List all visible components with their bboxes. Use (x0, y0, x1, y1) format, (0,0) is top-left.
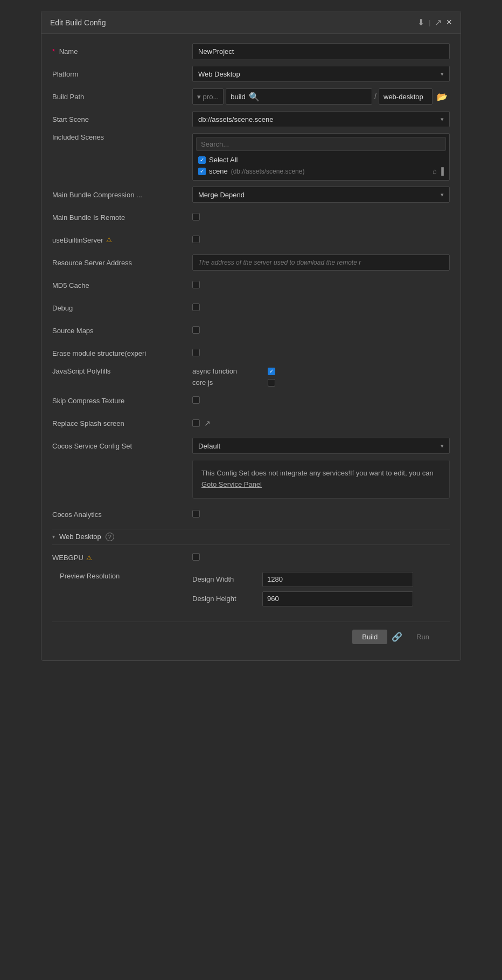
export-icon[interactable]: ↗ (435, 17, 442, 27)
cocos-service-chevron-icon: ▾ (441, 443, 444, 450)
build-path-row: Build Path ▾ pro... build 🔍 / web-deskto… (52, 88, 450, 105)
skip-compress-texture-checkbox[interactable] (192, 396, 200, 404)
cocos-service-config-row: Cocos Service Config Set Default ▾ (52, 437, 450, 454)
webgpu-control (192, 553, 450, 562)
cocos-service-config-label: Cocos Service Config Set (52, 442, 192, 450)
skip-compress-texture-control (192, 396, 450, 405)
resource-server-address-input[interactable] (192, 254, 450, 271)
source-maps-row: Source Maps (52, 322, 450, 339)
folder-browse-button[interactable]: 📂 (435, 91, 450, 103)
erase-module-label: Erase module structure(experi (52, 349, 192, 357)
main-bundle-is-remote-row: Main Bundle Is Remote (52, 209, 450, 226)
preview-resolution-row: Preview Resolution Design Width 1280 Des… (52, 572, 450, 611)
scene-path: (db://assets/scene.scene) (231, 168, 305, 175)
platform-control: Web Desktop ▾ (192, 66, 450, 82)
md5-cache-label: MD5 Cache (52, 281, 192, 289)
start-scene-label: Start Scene (52, 115, 192, 123)
included-scenes-control: Select All scene (db://assets/scene.scen… (192, 133, 450, 181)
core-js-label: core js (192, 378, 262, 387)
resource-server-address-control (192, 254, 450, 271)
title-bar: Edit Build Config ⬇ | ↗ × (41, 11, 461, 34)
name-input[interactable]: NewProject (192, 43, 450, 59)
webgpu-checkbox[interactable] (192, 553, 200, 561)
included-scenes-row: Included Scenes Select All scene (db://a… (52, 133, 450, 181)
core-js-checkbox[interactable] (268, 379, 275, 387)
replace-splash-row: Replace Splash screen ↗ (52, 415, 450, 432)
web-desktop-section-header: ▾ Web Desktop ? (52, 529, 450, 545)
debug-checkbox[interactable] (192, 303, 200, 311)
source-maps-checkbox[interactable] (192, 326, 200, 334)
run-button[interactable]: Run (407, 630, 439, 644)
replace-splash-checkbox[interactable] (192, 419, 200, 427)
search-icon: 🔍 (249, 92, 260, 102)
save-icon[interactable]: ⬇ (417, 17, 424, 27)
async-function-label: async function (192, 367, 262, 375)
design-width-row: Design Width 1280 (192, 572, 450, 587)
cocos-analytics-checkbox[interactable] (192, 510, 200, 517)
title-bar-actions: ⬇ | ↗ × (417, 17, 452, 28)
goto-service-panel-link[interactable]: Goto Service Panel (201, 480, 262, 488)
debug-row: Debug (52, 299, 450, 316)
scene-home-icon[interactable]: ⌂ (433, 167, 437, 175)
erase-module-control (192, 349, 450, 358)
main-bundle-is-remote-checkbox[interactable] (192, 213, 200, 220)
async-function-checkbox[interactable] (268, 368, 275, 375)
path-separator: / (374, 92, 376, 101)
platform-select[interactable]: Web Desktop ▾ (192, 66, 450, 82)
design-width-input[interactable]: 1280 (262, 572, 413, 587)
md5-cache-checkbox[interactable] (192, 281, 200, 288)
platform-row: Platform Web Desktop ▾ (52, 65, 450, 82)
cocos-service-config-select[interactable]: Default ▾ (192, 438, 450, 454)
included-scenes-label: Included Scenes (52, 133, 192, 141)
build-path-value-input[interactable]: web-desktop (379, 88, 433, 105)
replace-splash-control: ↗ (192, 419, 450, 427)
design-width-label: Design Width (192, 575, 257, 583)
start-scene-select[interactable]: db://assets/scene.scene ▾ (192, 111, 450, 127)
compression-chevron-icon: ▾ (441, 191, 444, 198)
build-path-inputs: ▾ pro... build 🔍 / web-desktop 📂 (192, 88, 450, 105)
use-builtin-server-control (192, 236, 450, 245)
use-builtin-server-row: useBuiltinServer ⚠ (52, 231, 450, 249)
name-label: * Name (52, 47, 192, 56)
debug-label: Debug (52, 304, 192, 312)
select-all-checkbox[interactable] (198, 156, 206, 164)
resource-server-address-row: Resource Server Address (52, 254, 450, 271)
cocos-service-info-box: This Config Set does not integrate any s… (192, 460, 450, 499)
scene-trash-icon[interactable]: ▐ (439, 167, 444, 175)
build-path-prefix-btn[interactable]: ▾ pro... (192, 88, 224, 105)
start-scene-row: Start Scene db://assets/scene.scene ▾ (52, 111, 450, 128)
webgpu-label: WEBGPU ⚠ (52, 554, 192, 562)
debug-control (192, 303, 450, 313)
erase-module-row: Erase module structure(experi (52, 344, 450, 362)
help-icon[interactable]: ? (106, 533, 114, 541)
cocos-analytics-label: Cocos Analytics (52, 510, 192, 519)
build-path-folder-input[interactable]: build 🔍 (226, 88, 372, 105)
scenes-search-input[interactable] (196, 137, 446, 151)
start-scene-chevron-icon: ▾ (441, 116, 444, 123)
scenes-container: Select All scene (db://assets/scene.scen… (192, 133, 450, 181)
main-bundle-is-remote-control (192, 213, 450, 222)
main-bundle-compression-row: Main Bundle Compression ... Merge Depend… (52, 186, 450, 203)
build-button[interactable]: Build (352, 630, 387, 644)
preview-resolution-label: Preview Resolution (52, 572, 192, 580)
link-icon-button[interactable]: 🔗 (392, 632, 402, 642)
main-bundle-is-remote-label: Main Bundle Is Remote (52, 213, 192, 222)
replace-splash-external-link-icon[interactable]: ↗ (204, 419, 211, 427)
scene-checkbox[interactable] (198, 168, 206, 175)
close-button[interactable]: × (446, 17, 452, 28)
scene-name: scene (209, 167, 228, 175)
main-bundle-compression-select[interactable]: Merge Depend ▾ (192, 187, 450, 203)
webgpu-warning-icon: ⚠ (86, 554, 92, 562)
replace-splash-label: Replace Splash screen (52, 419, 192, 427)
core-js-item: core js (192, 378, 450, 387)
builtin-server-warning-icon: ⚠ (106, 236, 112, 244)
erase-module-checkbox[interactable] (192, 349, 200, 356)
design-height-input[interactable]: 960 (262, 591, 413, 606)
use-builtin-server-checkbox[interactable] (192, 236, 200, 243)
js-polyfills-control: async function core js (192, 367, 450, 387)
js-polyfills-label: JavaScript Polyfills (52, 367, 192, 375)
name-control: NewProject (192, 43, 450, 59)
main-bundle-compression-control: Merge Depend ▾ (192, 187, 450, 203)
collapse-icon[interactable]: ▾ (52, 534, 55, 540)
divider: | (429, 18, 430, 26)
